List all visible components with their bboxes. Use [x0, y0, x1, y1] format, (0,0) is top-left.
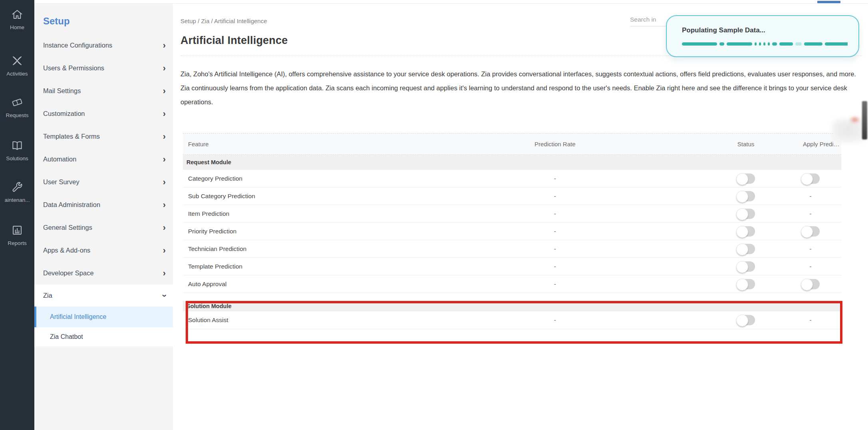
main-content: Setup / Zia / Artificial Intelligence Ar… — [173, 0, 868, 430]
rail-item-maintenance[interactable]: aintenan... — [0, 181, 34, 203]
sidebar-item-developer-space[interactable]: Developer Space› — [34, 262, 173, 285]
rail-item-home[interactable]: Home — [0, 8, 34, 30]
apply-prediction-toggle-off[interactable] — [801, 226, 820, 237]
sidebar-item-zia[interactable]: Zia› — [34, 285, 173, 307]
sidebar-subitem-artificial-intelligence[interactable]: Artificial Intelligence — [34, 307, 173, 327]
progress-segment — [682, 42, 717, 46]
table-row-item-prediction: Item Prediction-- — [183, 205, 841, 223]
feature-name: Item Prediction — [188, 210, 229, 217]
table-row-priority-prediction: Priority Prediction- — [183, 223, 841, 240]
prediction-rate-value: - — [515, 317, 595, 324]
rail-item-requests[interactable]: Requests — [0, 96, 34, 118]
section-name: Solution Module — [186, 303, 232, 309]
rail-item-label: Requests — [0, 112, 34, 118]
table-row-solution-assist: Solution Assist-- — [183, 311, 841, 329]
column-header-apply: Apply Prediction — [803, 141, 840, 147]
sidebar-item-general-settings[interactable]: General Settings› — [34, 216, 173, 239]
column-header-feature: Feature — [188, 141, 209, 147]
feature-name: Technician Prediction — [188, 245, 246, 253]
chevron-right-icon: › — [163, 201, 166, 209]
rail-item-activities[interactable]: Activities — [0, 54, 34, 77]
rail-item-reports[interactable]: Reports — [0, 224, 34, 246]
ticket-icon — [11, 96, 24, 109]
status-cell — [714, 279, 778, 289]
progress-segment — [768, 42, 770, 46]
sidebar-menu: Instance Configurations›Users & Permissi… — [34, 34, 173, 285]
feature-name: Sub Category Prediction — [188, 193, 255, 200]
sidebar-subitem-zia-chatbot[interactable]: Zia Chatbot — [34, 327, 173, 346]
table-row-sub-category-prediction: Sub Category Prediction-- — [183, 187, 841, 205]
home-icon — [11, 8, 24, 21]
status-cell — [714, 209, 778, 219]
chevron-right-icon: › — [163, 41, 166, 50]
progress-segment — [772, 42, 777, 46]
sidebar-item-data-administration[interactable]: Data Administration› — [34, 193, 173, 216]
app-icon-rail: HomeActivitiesRequestsSolutionsaintenan.… — [0, 0, 34, 430]
sidebar-zia-section: Zia›Artificial IntelligenceZia Chatbot — [34, 285, 173, 346]
table-row-auto-approval: Auto Approval- — [183, 275, 841, 293]
apply-prediction-cell — [779, 279, 842, 289]
progress-segment — [727, 42, 752, 46]
sidebar-item-users-permissions[interactable]: Users & Permissions› — [34, 57, 173, 80]
prediction-rate-value: - — [515, 245, 595, 253]
status-toggle-off[interactable] — [737, 279, 755, 289]
apply-prediction-toggle-off[interactable] — [801, 279, 820, 289]
activities-icon — [11, 54, 24, 67]
apply-prediction-toggle-off[interactable] — [801, 173, 820, 184]
ai-feature-table: FeaturePrediction RateStatusApply Predic… — [183, 133, 841, 343]
sidebar-item-label: User Survey — [43, 178, 79, 186]
rail-item-solutions[interactable]: Solutions — [0, 139, 34, 161]
table-row-template-prediction: Template Prediction-- — [183, 258, 841, 275]
status-toggle-off[interactable] — [737, 261, 755, 272]
table-row-category-prediction: Category Prediction- — [183, 170, 841, 187]
apply-prediction-cell — [779, 226, 842, 237]
feature-name: Template Prediction — [188, 263, 242, 270]
chevron-right-icon: › — [163, 64, 166, 73]
sidebar-item-customization[interactable]: Customization› — [34, 102, 173, 125]
sidebar-item-label: Instance Configurations — [43, 42, 112, 49]
rail-item-label: Solutions — [0, 155, 34, 161]
apply-prediction-value: - — [779, 263, 842, 270]
feature-name: Category Prediction — [188, 175, 242, 182]
progress-segment — [719, 42, 724, 46]
sidebar-item-apps-add-ons[interactable]: Apps & Add-ons› — [34, 239, 173, 262]
status-toggle-off[interactable] — [737, 209, 755, 219]
section-band-solution-module: Solution Module — [183, 301, 841, 311]
sidebar-item-label: Templates & Forms — [43, 133, 100, 140]
chevron-right-icon: › — [163, 246, 166, 255]
chevron-right-icon: › — [163, 87, 166, 96]
status-toggle-off[interactable] — [737, 173, 755, 184]
progress-segment — [804, 42, 822, 46]
chevron-down-icon: › — [160, 294, 168, 297]
section-name: Request Module — [186, 159, 231, 165]
sidebar-item-user-survey[interactable]: User Survey› — [34, 171, 173, 193]
blur-artifact-red — [852, 118, 858, 121]
column-header-status: Status — [714, 141, 778, 147]
status-toggle-off[interactable] — [737, 315, 755, 325]
page-title: Artificial Intelligence — [180, 34, 288, 47]
progress-segment — [759, 42, 761, 46]
sidebar-item-mail-settings[interactable]: Mail Settings› — [34, 80, 173, 102]
section-band-request-module: Request Module — [183, 155, 841, 170]
prediction-rate-value: - — [515, 175, 595, 182]
sidebar-item-instance-configurations[interactable]: Instance Configurations› — [34, 34, 173, 57]
sidebar-item-templates-forms[interactable]: Templates & Forms› — [34, 125, 173, 148]
feature-name: Auto Approval — [188, 281, 227, 288]
prediction-rate-value: - — [515, 210, 595, 217]
rail-item-label: Home — [0, 24, 34, 30]
status-toggle-off[interactable] — [737, 191, 755, 201]
status-toggle-off[interactable] — [737, 226, 755, 237]
sidebar-item-automation[interactable]: Automation› — [34, 148, 173, 171]
chevron-right-icon: › — [163, 178, 166, 187]
chevron-right-icon: › — [163, 109, 166, 118]
status-cell — [714, 315, 778, 325]
progress-segment — [779, 42, 793, 46]
chevron-right-icon: › — [163, 223, 166, 232]
table-row-empty — [183, 329, 841, 343]
status-cell — [714, 191, 778, 201]
breadcrumb[interactable]: Setup / Zia / Artificial Intelligence — [180, 18, 267, 24]
chevron-right-icon: › — [163, 132, 166, 141]
feature-name: Priority Prediction — [188, 228, 236, 235]
rail-item-label: aintenan... — [0, 197, 34, 203]
status-toggle-off[interactable] — [737, 244, 755, 254]
